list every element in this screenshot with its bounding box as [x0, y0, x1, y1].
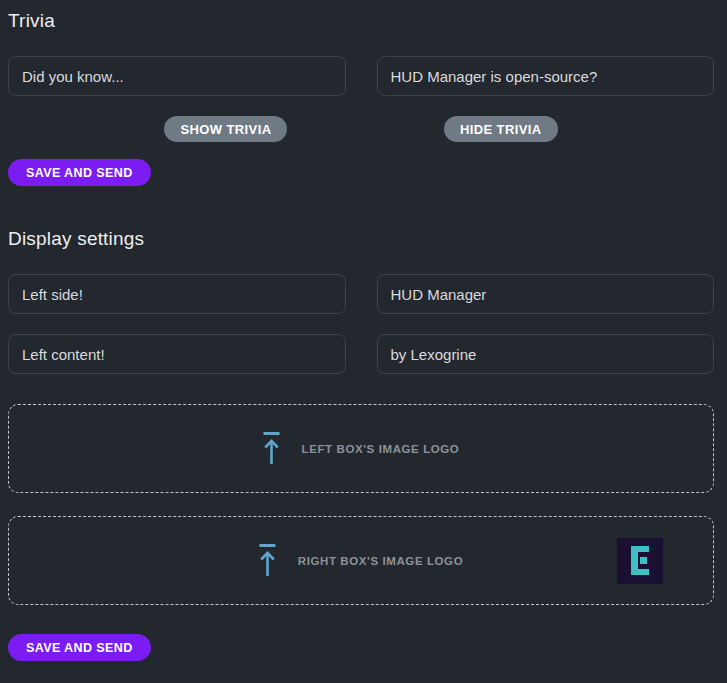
right-logo-dropzone[interactable]: RIGHT BOX'S IMAGE LOGO — [8, 516, 714, 605]
left-box-title-input[interactable] — [8, 274, 346, 314]
trivia-inputs-row — [8, 56, 714, 96]
settings-page: Trivia SHOW TRIVIA HIDE TRIVIA SAVE AND … — [0, 0, 727, 683]
show-trivia-button[interactable]: SHOW TRIVIA — [164, 116, 287, 142]
display-titles-row — [8, 274, 714, 314]
display-save-and-send-button[interactable]: SAVE AND SEND — [8, 634, 151, 661]
right-logo-dropzone-label: RIGHT BOX'S IMAGE LOGO — [298, 555, 463, 567]
trivia-save-row: SAVE AND SEND — [8, 159, 714, 186]
trivia-save-and-send-button[interactable]: SAVE AND SEND — [8, 159, 151, 186]
left-box-content-input[interactable] — [8, 334, 346, 374]
upload-icon — [259, 544, 276, 577]
right-box-title-input[interactable] — [377, 274, 715, 314]
upload-icon — [263, 432, 280, 465]
trivia-question-input[interactable] — [8, 56, 346, 96]
trivia-answer-input[interactable] — [377, 56, 715, 96]
display-save-row: SAVE AND SEND — [8, 634, 714, 661]
logo-letter-e-icon — [631, 546, 649, 575]
display-contents-row — [8, 334, 714, 374]
trivia-section-title: Trivia — [8, 10, 714, 32]
hide-trivia-button[interactable]: HIDE TRIVIA — [444, 116, 558, 142]
left-logo-dropzone[interactable]: LEFT BOX'S IMAGE LOGO — [8, 404, 714, 493]
display-settings-title: Display settings — [8, 228, 714, 250]
trivia-actions-row: SHOW TRIVIA HIDE TRIVIA — [8, 116, 714, 142]
left-logo-dropzone-label: LEFT BOX'S IMAGE LOGO — [302, 443, 460, 455]
right-box-content-input[interactable] — [377, 334, 715, 374]
right-logo-preview — [617, 538, 663, 584]
